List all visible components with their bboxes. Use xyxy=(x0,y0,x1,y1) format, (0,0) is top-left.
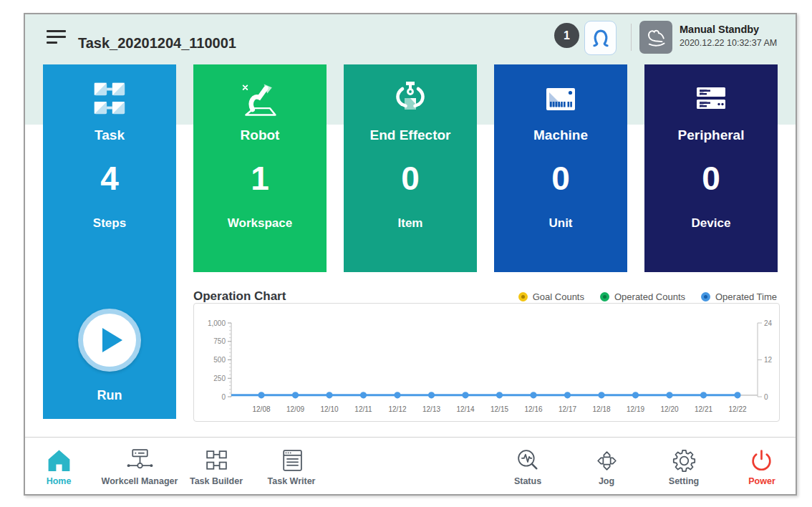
gripper-icon xyxy=(589,26,612,50)
svg-text:12/13: 12/13 xyxy=(422,405,440,413)
operation-chart: 02505007501,0000122412/0812/0912/1012/11… xyxy=(193,303,780,422)
card-unit: Unit xyxy=(494,216,627,231)
status-timestamp: 2020.12.22 10:32:37 AM xyxy=(680,38,777,49)
notification-badge: 1 xyxy=(554,23,579,48)
run-button[interactable] xyxy=(78,309,141,372)
svg-text:12/11: 12/11 xyxy=(354,405,372,413)
card-unit: Steps xyxy=(43,216,176,231)
legend-item-operated-time[interactable]: Operated Time xyxy=(701,291,777,302)
gripper-mode-button[interactable] xyxy=(584,21,617,55)
operation-chart-title: Operation Chart xyxy=(193,289,286,304)
card-value: 0 xyxy=(644,160,778,196)
card-peripheral[interactable]: Peripheral 0 Device xyxy=(644,64,778,272)
card-title: Peripheral xyxy=(644,127,778,143)
end-effector-icon xyxy=(344,77,477,122)
app-window: Task_20201204_110001 1 Manual Standby 20… xyxy=(24,13,797,496)
page-title: Task_20201204_110001 xyxy=(78,35,236,52)
card-value: 0 xyxy=(344,160,477,196)
topbar-divider xyxy=(631,24,632,51)
svg-text:500: 500 xyxy=(213,356,226,364)
power-icon xyxy=(712,444,797,474)
svg-text:12/15: 12/15 xyxy=(490,405,508,413)
svg-text:1,000: 1,000 xyxy=(208,319,226,327)
run-label: Run xyxy=(43,388,176,403)
legend-label: Operated Time xyxy=(715,291,777,302)
robot-status-display[interactable]: Manual Standby 2020.12.22 10:32:37 AM xyxy=(680,23,777,49)
card-value: 4 xyxy=(43,160,176,196)
task-writer-icon xyxy=(241,444,342,474)
svg-text:12/14: 12/14 xyxy=(456,405,474,413)
legend-item-operated-counts[interactable]: Operated Counts xyxy=(600,291,685,302)
card-title: End Effector xyxy=(344,127,477,143)
svg-text:12/19: 12/19 xyxy=(627,405,644,413)
card-robot[interactable]: Robot 1 Workspace xyxy=(193,64,327,272)
task-icon xyxy=(43,77,176,122)
operated-time-dot-icon xyxy=(701,292,710,301)
goal-counts-dot-icon xyxy=(518,292,528,301)
manual-mode-button[interactable] xyxy=(639,21,672,54)
svg-text:12/10: 12/10 xyxy=(320,405,338,413)
svg-text:12/08: 12/08 xyxy=(252,405,270,413)
svg-text:24: 24 xyxy=(764,319,773,327)
card-value: 0 xyxy=(494,160,627,196)
svg-text:12/21: 12/21 xyxy=(695,405,712,413)
menu-button[interactable] xyxy=(47,30,66,46)
card-machine[interactable]: Machine 0 Unit xyxy=(494,64,627,272)
card-title: Task xyxy=(43,127,176,143)
bottom-nav: Home xyxy=(25,437,796,494)
svg-text:12/18: 12/18 xyxy=(592,405,610,413)
card-end-effector[interactable]: End Effector 0 Item xyxy=(344,64,477,272)
svg-text:250: 250 xyxy=(213,375,226,382)
chart-legend: Goal Counts Operated Counts Operated Tim… xyxy=(518,291,777,302)
menu-icon xyxy=(47,30,66,32)
svg-text:12/20: 12/20 xyxy=(660,405,678,413)
legend-item-goal-counts[interactable]: Goal Counts xyxy=(518,291,584,302)
nav-task-writer[interactable]: Task Writer xyxy=(241,444,342,486)
play-icon xyxy=(102,328,122,352)
legend-label: Operated Counts xyxy=(614,291,685,302)
operation-chart-plot: 02505007501,0000122412/0812/0912/1012/11… xyxy=(194,304,778,420)
legend-label: Goal Counts xyxy=(533,291,584,302)
card-title: Robot xyxy=(193,127,327,143)
card-task[interactable]: Task 4 Steps Run xyxy=(43,64,176,419)
card-title: Machine xyxy=(494,127,627,143)
card-unit: Item xyxy=(344,216,477,231)
machine-icon xyxy=(494,77,627,122)
card-unit: Workspace xyxy=(193,216,327,231)
card-value: 1 xyxy=(193,160,327,196)
svg-text:0: 0 xyxy=(221,393,226,401)
card-unit: Device xyxy=(644,216,778,231)
svg-text:12/09: 12/09 xyxy=(286,405,304,413)
status-mode: Manual Standby xyxy=(680,23,777,36)
robot-icon xyxy=(193,77,327,122)
svg-text:750: 750 xyxy=(213,337,226,345)
manual-hand-icon xyxy=(644,26,668,49)
svg-text:12/17: 12/17 xyxy=(559,405,576,413)
svg-text:12: 12 xyxy=(764,356,773,364)
svg-text:12/12: 12/12 xyxy=(388,405,406,413)
nav-power[interactable]: Power xyxy=(712,444,797,486)
svg-text:12/22: 12/22 xyxy=(728,405,746,413)
operated-counts-dot-icon xyxy=(600,292,609,301)
peripheral-icon xyxy=(644,77,778,122)
svg-text:0: 0 xyxy=(764,393,768,401)
svg-text:12/16: 12/16 xyxy=(524,405,542,413)
